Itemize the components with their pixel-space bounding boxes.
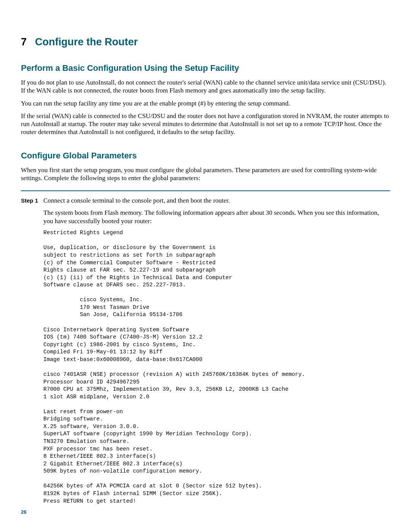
paragraph: If the serial (WAN) cable is connected t…	[21, 112, 390, 136]
chapter-title: Configure the Router	[35, 36, 138, 48]
step-label: Step 1	[21, 197, 38, 204]
step-instruction: Connect a console terminal to the consol…	[43, 197, 390, 205]
section-title-setup-facility: Perform a Basic Configuration Using the …	[21, 63, 390, 73]
chapter-heading: 7 Configure the Router	[21, 36, 390, 48]
step-1-block: Step 1 Connect a console terminal to the…	[21, 197, 390, 505]
section-title-global-parameters: Configure Global Parameters	[21, 151, 390, 161]
console-output: Restricted Rights Legend Use, duplicatio…	[43, 229, 390, 505]
page-number: 26	[21, 509, 26, 515]
paragraph: If you do not plan to use AutoInstall, d…	[21, 78, 390, 95]
step-description: The system boots from Flash memory. The …	[43, 209, 390, 225]
section-divider	[21, 190, 390, 191]
document-page: 7 Configure the Router Perform a Basic C…	[0, 0, 411, 532]
paragraph: When you first start the setup program, …	[21, 166, 390, 182]
chapter-number: 7	[21, 36, 27, 48]
paragraph: You can run the setup facility any time …	[21, 99, 390, 107]
step-content: Connect a console terminal to the consol…	[43, 197, 390, 505]
